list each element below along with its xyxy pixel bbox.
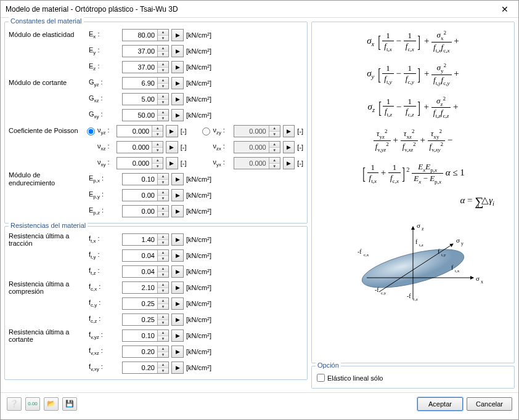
formula-sigma-x: σx [1ft,x − 1fc,x] + σx2ft,xfc,x + xyxy=(367,30,459,54)
input-vxy[interactable]: ▲▼ xyxy=(116,157,163,169)
svg-text:y: y xyxy=(461,241,464,246)
detail-button[interactable]: ▶ xyxy=(171,45,184,57)
input-vzx[interactable]: ▲▼ xyxy=(234,141,280,153)
detail-button[interactable]: ▶ xyxy=(171,93,184,105)
svg-text:-f: -f xyxy=(358,248,362,255)
radio-poisson-secondary[interactable] xyxy=(202,127,210,135)
detail-button[interactable]: ▶ xyxy=(171,361,184,374)
symbol-fvxz: fv,xz : xyxy=(89,347,108,356)
detail-button[interactable]: ▶ xyxy=(166,125,178,137)
input-ftx[interactable]: ▲▼ xyxy=(122,233,169,246)
input-fvxy[interactable]: ▲▼ xyxy=(122,361,169,374)
title-bar: Modelo de material - Ortótropo plástico … xyxy=(1,1,518,18)
input-epy[interactable]: ▲▼ xyxy=(122,189,169,201)
svg-text:c,z: c,z xyxy=(413,297,418,302)
cancel-button[interactable]: Cancelar xyxy=(467,397,512,411)
symbol-epz: Ep,z : xyxy=(89,206,108,216)
symbol-vxz: νxz : xyxy=(97,142,114,151)
symbol-vxy: νxy : xyxy=(97,158,114,168)
detail-button[interactable]: ▶ xyxy=(166,157,178,169)
symbol-fvxy: fv,xy : xyxy=(89,363,108,372)
detail-button[interactable]: ▶ xyxy=(171,281,184,294)
input-vyx[interactable]: ▲▼ xyxy=(234,157,280,169)
input-epz[interactable]: ▲▼ xyxy=(122,205,169,217)
unit-stress: [kN/cm²] xyxy=(186,31,211,39)
group-strengths-legend: Resistencias del material xyxy=(9,222,88,229)
input-fcx[interactable]: ▲▼ xyxy=(122,281,169,294)
input-gyz[interactable]: ▲▼ xyxy=(122,77,169,89)
spin-down-icon: ▼ xyxy=(158,36,168,41)
symbol-fvyz: fv,yz : xyxy=(89,331,108,340)
detail-button[interactable]: ▶ xyxy=(166,141,178,153)
label-tensile: Resistencia última a tracción xyxy=(9,232,86,247)
load-icon[interactable]: 📂 xyxy=(44,397,59,411)
help-icon[interactable]: ❔ xyxy=(7,397,22,411)
detail-button[interactable]: ▶ xyxy=(171,265,184,278)
svg-text:f: f xyxy=(415,238,418,245)
svg-text:-f: -f xyxy=(407,293,411,299)
symbol-ftx: ft,x : xyxy=(89,235,108,244)
input-vzy[interactable]: ▲▼ xyxy=(234,125,280,137)
svg-text:σ: σ xyxy=(456,236,460,244)
detail-button[interactable]: ▶ xyxy=(171,233,184,246)
window-title: Modelo de material - Ortótropo plástico … xyxy=(6,5,178,14)
input-fvxz[interactable]: ▲▼ xyxy=(122,345,169,358)
detail-button[interactable]: ▶ xyxy=(171,109,184,121)
symbol-fcz: fc,z : xyxy=(89,315,108,324)
detail-button[interactable]: ▶ xyxy=(171,313,184,326)
input-ey[interactable]: ▲▼ xyxy=(122,45,169,57)
label-shear-modulus: Módulo de cortante xyxy=(9,79,86,87)
detail-button[interactable]: ▶ xyxy=(171,329,184,342)
detail-button[interactable]: ▶ xyxy=(171,173,184,185)
svg-text:σ: σ xyxy=(476,275,480,282)
detail-button[interactable]: ▶ xyxy=(171,297,184,310)
formula-panel: σx [1ft,x − 1fc,x] + σx2ft,xfc,x + σy [1… xyxy=(311,22,515,363)
input-ftz[interactable]: ▲▼ xyxy=(122,265,169,278)
input-ex[interactable]: ▲▼ xyxy=(122,29,169,41)
group-constants-legend: Constantes del material xyxy=(9,17,84,25)
symbol-epx: Ep,x : xyxy=(89,174,108,184)
detail-button[interactable]: ▶ xyxy=(283,125,295,137)
input-gxy[interactable]: ▲▼ xyxy=(122,109,169,121)
input-fvyz[interactable]: ▲▼ xyxy=(122,329,169,342)
input-fty[interactable]: ▲▼ xyxy=(122,249,169,262)
input-epx[interactable]: ▲▼ xyxy=(122,173,169,185)
spin-up-icon: ▲ xyxy=(158,30,168,36)
detail-button[interactable]: ▶ xyxy=(171,345,184,358)
group-option: Opción Elástico lineal sólo xyxy=(311,366,515,389)
detail-button[interactable]: ▶ xyxy=(283,157,295,169)
input-vxz[interactable]: ▲▼ xyxy=(116,141,163,153)
formula-alpha-2: α = ∑i △γi xyxy=(319,194,507,211)
group-strengths: Resistencias del material Resistencia úl… xyxy=(4,226,308,380)
detail-button[interactable]: ▶ xyxy=(283,141,295,153)
detail-button[interactable]: ▶ xyxy=(171,77,184,89)
save-icon[interactable]: 💾 xyxy=(62,397,77,411)
accept-button[interactable]: Aceptar xyxy=(417,397,463,411)
detail-button[interactable]: ▶ xyxy=(171,205,184,217)
symbol-fcx: fc,x : xyxy=(89,283,108,292)
detail-button[interactable]: ▶ xyxy=(171,189,184,201)
footer: ❔ 0.00 📂 💾 Aceptar Cancelar xyxy=(1,392,518,414)
input-gxz[interactable]: ▲▼ xyxy=(122,93,169,105)
detail-button[interactable]: ▶ xyxy=(171,61,184,73)
formula-sigma-z: σz [1ft,z − 1fc,z] + σz2ft,zfc,z + xyxy=(368,95,459,119)
svg-text:t,z: t,z xyxy=(419,243,423,248)
svg-text:c,y: c,y xyxy=(381,291,386,296)
input-vyz[interactable]: ▲▼ xyxy=(116,125,163,137)
checkbox-linear-elastic[interactable] xyxy=(317,374,325,382)
input-fcz[interactable]: ▲▼ xyxy=(122,313,169,326)
input-fcy[interactable]: ▲▼ xyxy=(122,297,169,310)
detail-button[interactable]: ▶ xyxy=(171,29,184,41)
symbol-fcy: fc,y : xyxy=(89,299,108,308)
input-ez[interactable]: ▲▼ xyxy=(122,61,169,73)
close-icon[interactable]: ✕ xyxy=(496,3,513,15)
symbol-gyz: Gyz : xyxy=(89,78,108,87)
svg-text:x: x xyxy=(481,279,483,285)
units-icon[interactable]: 0.00 xyxy=(25,397,40,411)
detail-button[interactable]: ▶ xyxy=(171,249,184,262)
symbol-gxz: Gxz : xyxy=(89,94,108,103)
symbol-fty: ft,y : xyxy=(89,251,108,260)
label-linear-elastic: Elástico lineal sólo xyxy=(327,374,383,382)
symbol-ey: Ey : xyxy=(89,46,108,55)
radio-poisson-primary[interactable] xyxy=(87,127,95,135)
